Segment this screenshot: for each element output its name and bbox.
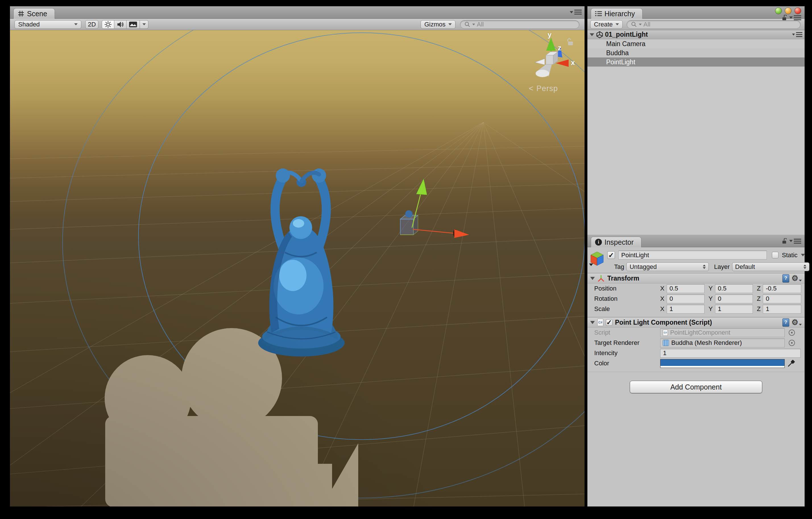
foldout-triangle-icon[interactable] xyxy=(590,33,594,36)
eyedropper-icon[interactable] xyxy=(787,359,795,367)
help-book-icon[interactable]: ? xyxy=(782,274,789,282)
help-book-icon[interactable]: ? xyxy=(782,319,789,327)
scene-lighting-button[interactable] xyxy=(102,20,114,29)
gizmo-y-label[interactable]: y xyxy=(548,31,552,39)
view-orientation-gizmo[interactable]: y z x < Persp xyxy=(528,32,584,101)
transform-title: Transform xyxy=(607,275,639,282)
window-button-yellow[interactable] xyxy=(785,7,791,14)
target-renderer-object-field[interactable]: Buddha (Mesh Renderer) xyxy=(660,338,785,348)
scene-effects-button[interactable] xyxy=(126,20,140,29)
scale-z-field[interactable]: 1 xyxy=(763,305,801,313)
scale-x-field[interactable]: 1 xyxy=(667,305,704,313)
color-swatch[interactable] xyxy=(660,359,785,368)
foldout-triangle-icon[interactable] xyxy=(590,321,595,324)
prefab-dropdown-icon[interactable] xyxy=(589,264,593,266)
transform-rotation-row: Rotation X 0 Y 0 Z 0 xyxy=(587,294,805,304)
scene-search-input[interactable]: All xyxy=(460,20,579,29)
padlock-open-icon[interactable] xyxy=(782,15,787,21)
transform-scale-row: Scale X 1 Y 1 Z 1 xyxy=(587,304,805,314)
checkmark: ✓ xyxy=(608,251,614,259)
tab-inspector[interactable]: i Inspector xyxy=(591,237,641,247)
script-value: PointLightComponent xyxy=(670,329,730,336)
panel-menu-icon xyxy=(794,16,801,20)
scale-y-field[interactable]: 1 xyxy=(715,305,753,313)
rotation-y-field[interactable]: 0 xyxy=(715,295,753,303)
layer-value: Default xyxy=(735,263,755,271)
intensity-field[interactable]: 1 xyxy=(660,349,801,358)
hierarchy-item-pointlight[interactable]: PointLight xyxy=(587,57,805,66)
color-label: Color xyxy=(594,360,660,367)
rotation-x-field[interactable]: 0 xyxy=(667,295,704,303)
gizmo-z-label[interactable]: z xyxy=(558,44,561,52)
position-z-field[interactable]: -0.5 xyxy=(763,284,801,293)
effects-dropdown-button[interactable] xyxy=(140,20,148,29)
scene-vignette xyxy=(10,30,584,507)
rotation-z-field[interactable]: 0 xyxy=(763,295,801,303)
gameobject-name: PointLight xyxy=(621,251,649,259)
inspector-tabbar: i Inspector xyxy=(587,235,805,247)
pointlight-component-header[interactable]: C# ✓ Point Light Component (Script) ? ⚙ xyxy=(587,317,805,328)
hierarchy-search-placeholder: All xyxy=(643,21,650,28)
projection-mode-toggle[interactable]: < Persp xyxy=(529,84,558,93)
transform-header[interactable]: Transform ? ⚙ xyxy=(587,273,805,283)
gear-icon: ⚙ xyxy=(791,275,799,282)
tag-dropdown[interactable]: Untagged xyxy=(626,262,709,271)
window-button-green[interactable] xyxy=(775,7,782,14)
active-checkbox[interactable]: ✓ xyxy=(607,251,615,259)
gameobject-cube-icon[interactable] xyxy=(590,251,605,267)
static-checkbox[interactable] xyxy=(772,252,779,258)
inspector-panel-menu[interactable] xyxy=(789,239,801,244)
gameobject-header: ✓ PointLight Static Tag xyxy=(587,247,805,273)
right-column: Hierarchy xyxy=(587,6,805,507)
layer-dropdown[interactable]: Default xyxy=(732,262,809,271)
scene-root-menu[interactable] xyxy=(792,32,802,37)
layer-label: Layer xyxy=(714,263,729,271)
script-object-field[interactable]: C# PointLightComponent xyxy=(660,328,785,337)
gear-caret-icon xyxy=(799,324,802,326)
padlock-open-icon[interactable] xyxy=(782,238,787,244)
hierarchy-panel: Hierarchy xyxy=(587,6,805,235)
scale-label: Scale xyxy=(594,305,660,313)
hierarchy-item-buddha[interactable]: Buddha xyxy=(587,48,805,57)
hierarchy-tabbar: Hierarchy xyxy=(587,6,805,19)
transform-axes-icon xyxy=(597,275,605,282)
component-settings[interactable]: ⚙ xyxy=(791,275,802,282)
scene-tabbar: Scene xyxy=(10,6,584,19)
hierarchy-scene-root[interactable]: 01_pointLight xyxy=(587,30,805,39)
object-picker-icon[interactable] xyxy=(789,329,795,336)
chevron-down-icon xyxy=(448,23,452,25)
static-dropdown-icon[interactable] xyxy=(801,254,805,256)
add-component-button[interactable]: Add Component xyxy=(630,381,762,393)
chevron-down-icon xyxy=(142,23,146,25)
image-icon xyxy=(129,21,137,28)
chevron-down-icon xyxy=(615,23,619,25)
axis-x-label: X xyxy=(660,305,664,313)
object-picker-icon[interactable] xyxy=(789,340,795,346)
gizmo-x-label[interactable]: x xyxy=(571,59,575,67)
window-button-red[interactable] xyxy=(794,7,801,14)
hierarchy-panel-menu[interactable] xyxy=(789,16,801,20)
component-settings[interactable]: ⚙ xyxy=(791,319,802,326)
position-y-field[interactable]: 0.5 xyxy=(715,284,753,293)
gameobject-name-field[interactable]: PointLight xyxy=(618,251,767,260)
item-label: Main Camera xyxy=(606,40,645,48)
scene-panel-menu[interactable] xyxy=(570,10,582,15)
position-x-field[interactable]: 0.5 xyxy=(667,284,704,293)
target-renderer-value: Buddha (Mesh Renderer) xyxy=(671,339,742,347)
scene-viewport[interactable]: y z x < Persp xyxy=(10,30,584,507)
shading-mode-dropdown[interactable]: Shaded xyxy=(14,20,81,29)
tab-hierarchy[interactable]: Hierarchy xyxy=(591,8,642,19)
scene-audio-button[interactable] xyxy=(114,20,126,29)
toggle-2d-button[interactable]: 2D xyxy=(85,20,98,29)
hierarchy-search-input[interactable]: All xyxy=(627,20,801,29)
tab-scene[interactable]: Scene xyxy=(13,8,55,19)
foldout-triangle-icon[interactable] xyxy=(590,277,595,280)
hierarchy-item-main-camera[interactable]: Main Camera xyxy=(587,39,805,48)
component-enabled-checkbox[interactable]: ✓ xyxy=(606,319,612,326)
intensity-value: 1 xyxy=(663,349,666,357)
gizmos-dropdown[interactable]: Gizmos xyxy=(420,20,456,29)
scene-grid-icon xyxy=(18,10,25,17)
create-dropdown[interactable]: Create xyxy=(590,20,622,29)
info-icon: i xyxy=(595,239,602,246)
csharp-script-icon: C# xyxy=(597,319,603,326)
